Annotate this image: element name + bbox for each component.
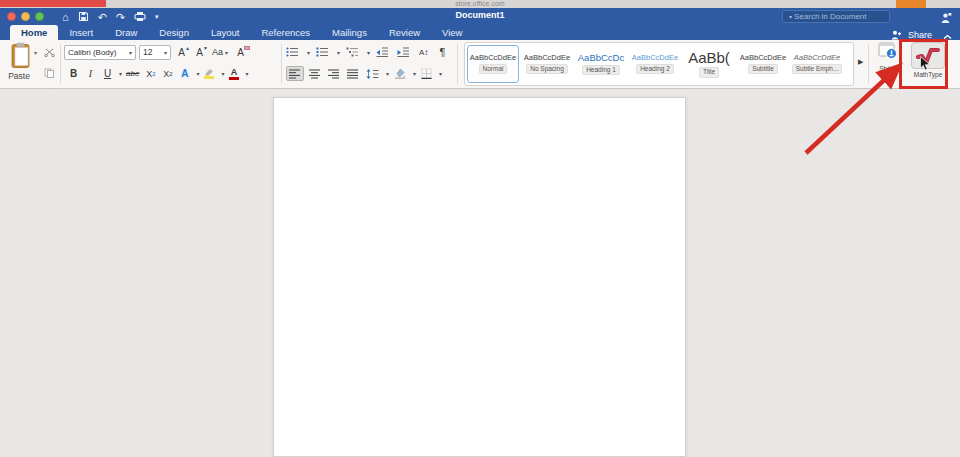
chevron-down-icon: ▾: [129, 49, 132, 56]
underline-button[interactable]: U: [100, 66, 115, 81]
styles-pane-icon: [878, 42, 898, 64]
style-chip-no-spacing[interactable]: AaBbCcDdEe No Spacing: [521, 45, 573, 83]
style-chip-subtle-emphasis[interactable]: AaBbCcDdEe Subtle Emph...: [791, 45, 843, 83]
document-area: [0, 90, 960, 457]
strikethrough-button[interactable]: abe: [124, 66, 141, 81]
word-app-window: store.office.com + ⌂ ↶ ↷ ▾ Document1 ▾: [0, 0, 960, 457]
increase-indent-button[interactable]: [395, 45, 412, 60]
chevron-down-icon: ▾: [164, 49, 167, 56]
grow-font-button[interactable]: A▲: [174, 45, 189, 60]
highlight-caret-icon[interactable]: ▾: [221, 70, 224, 77]
style-chip-heading1[interactable]: AaBbCcDc Heading 1: [575, 45, 627, 83]
decrease-indent-button[interactable]: [374, 45, 391, 60]
tab-view[interactable]: View: [431, 25, 473, 40]
ribbon-tab-bar: Home Insert Draw Design Layout Reference…: [0, 25, 960, 40]
multilevel-caret-icon[interactable]: ▾: [367, 49, 370, 56]
shrink-font-button[interactable]: A▼: [192, 45, 207, 60]
show-formatting-marks-button[interactable]: ¶: [435, 45, 450, 60]
style-chip-heading2[interactable]: AaBbCcDdEe Heading 2: [629, 45, 681, 83]
tab-design[interactable]: Design: [148, 25, 200, 40]
tab-references[interactable]: References: [250, 25, 321, 40]
line-spacing-button[interactable]: [364, 66, 381, 81]
line-spacing-caret-icon[interactable]: ▾: [386, 70, 389, 77]
paste-button-label[interactable]: Paste: [0, 71, 38, 81]
font-size-select[interactable]: 12▾: [139, 45, 171, 60]
numbering-caret-icon[interactable]: ▾: [337, 49, 340, 56]
borders-button[interactable]: [419, 66, 434, 81]
font-group: Calibri (Body)▾ 12▾ A▲ A▼ Aa▾ A B I U ▾ …: [64, 40, 280, 88]
bullets-caret-icon[interactable]: ▾: [307, 49, 310, 56]
browser-extension-icon[interactable]: [896, 0, 926, 8]
bullets-button[interactable]: [284, 45, 301, 60]
paragraph-group: ▾ ▾ ▾ A↕ ¶ ▾ ▾ ▾: [284, 40, 456, 88]
underline-caret-icon[interactable]: ▾: [119, 70, 122, 77]
tab-home[interactable]: Home: [10, 25, 58, 40]
align-center-button[interactable]: [307, 66, 323, 81]
change-case-button[interactable]: Aa▾: [210, 45, 230, 60]
search-scope-caret-icon[interactable]: ▾: [789, 13, 792, 20]
italic-button[interactable]: I: [83, 66, 98, 81]
tab-mailings[interactable]: Mailings: [321, 25, 378, 40]
styles-group: AaBbCcDdEe Normal AaBbCcDdEe No Spacing …: [460, 40, 960, 88]
tab-review[interactable]: Review: [378, 25, 431, 40]
font-color-caret-icon[interactable]: ▾: [245, 70, 248, 77]
text-effects-button[interactable]: A: [177, 66, 192, 81]
browser-address-bar[interactable]: store.office.com: [330, 0, 630, 8]
styles-gallery: AaBbCcDdEe Normal AaBbCcDdEe No Spacing …: [464, 42, 854, 86]
subscript-button[interactable]: X2: [143, 66, 158, 81]
align-left-button[interactable]: [286, 66, 304, 81]
styles-more-arrow-icon[interactable]: ▶: [858, 58, 863, 66]
numbering-button[interactable]: [314, 45, 331, 60]
highlight-color-button[interactable]: [201, 66, 217, 81]
align-right-button[interactable]: [326, 66, 342, 81]
font-color-button[interactable]: A: [226, 66, 241, 81]
background-browser-strip: store.office.com +: [0, 0, 960, 8]
borders-caret-icon[interactable]: ▾: [439, 70, 442, 77]
paste-caret-icon[interactable]: ▾: [34, 49, 37, 56]
bold-button[interactable]: B: [66, 66, 81, 81]
shading-button[interactable]: [392, 66, 408, 81]
clipboard-group: ▾ Paste: [0, 40, 60, 88]
style-chip-subtitle[interactable]: AaBbCcDdEe Subtitle: [737, 45, 789, 83]
search-box[interactable]: ▾: [782, 10, 890, 23]
justify-button[interactable]: [345, 66, 361, 81]
style-chip-title[interactable]: AaBb( Title: [683, 45, 735, 83]
tab-layout[interactable]: Layout: [200, 25, 251, 40]
clear-formatting-button[interactable]: A: [233, 45, 248, 60]
tab-draw[interactable]: Draw: [104, 25, 148, 40]
ribbon-home: ▾ Paste Calibri (Body)▾: [0, 40, 960, 89]
copy-icon[interactable]: [44, 64, 57, 82]
tab-insert[interactable]: Insert: [58, 25, 104, 40]
font-family-select[interactable]: Calibri (Body)▾: [64, 45, 136, 60]
titlebar: ⌂ ↶ ↷ ▾ Document1 ▾: [0, 8, 960, 25]
text-effects-caret-icon[interactable]: ▾: [196, 70, 199, 77]
paste-clipboard-icon[interactable]: [10, 42, 32, 73]
highlighter-icon: [203, 68, 215, 76]
shading-caret-icon[interactable]: ▾: [413, 70, 416, 77]
document-page[interactable]: [273, 97, 686, 457]
mouse-cursor-icon: [920, 56, 931, 75]
superscript-button[interactable]: X2: [160, 66, 175, 81]
browser-tab-red-bar: [0, 0, 106, 7]
multilevel-list-button[interactable]: [344, 45, 361, 60]
style-chip-normal[interactable]: AaBbCcDdEe Normal: [467, 45, 519, 83]
sort-button[interactable]: A↕: [416, 45, 431, 60]
cut-icon[interactable]: [44, 43, 57, 61]
search-input[interactable]: [794, 12, 904, 21]
